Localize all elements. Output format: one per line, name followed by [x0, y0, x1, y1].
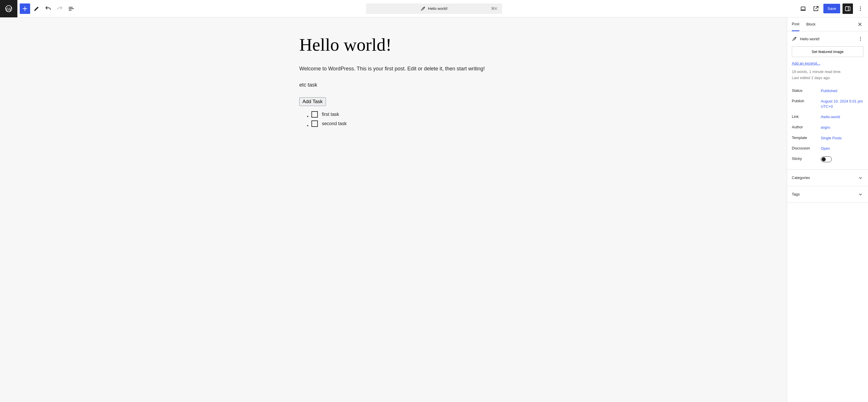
undo-button[interactable]	[43, 3, 53, 14]
external-link-icon	[812, 5, 819, 12]
redo-icon	[56, 5, 63, 12]
close-icon	[857, 22, 863, 27]
list-item[interactable]: first task	[311, 111, 488, 118]
chevron-down-icon	[858, 175, 863, 181]
plus-icon	[22, 5, 28, 12]
meta-label: Sticky	[792, 156, 821, 161]
meta-label: Author	[792, 125, 821, 129]
last-edited-text: Last edited 2 days ago.	[792, 75, 863, 81]
svg-point-8	[860, 40, 861, 41]
paragraph-block[interactable]: etc task	[299, 81, 488, 89]
svg-point-5	[860, 10, 861, 11]
top-toolbar: Hello world! ⌘K Save	[0, 0, 868, 18]
svg-point-3	[860, 6, 861, 7]
author-value[interactable]: asgru	[821, 125, 863, 130]
panel-label: Categories	[792, 176, 810, 180]
add-excerpt-link[interactable]: Add an excerpt...	[792, 61, 820, 65]
status-value[interactable]: Published	[821, 88, 863, 94]
tab-block[interactable]: Block	[806, 18, 815, 31]
svg-point-4	[860, 8, 861, 9]
post-actions-button[interactable]	[858, 36, 863, 42]
undo-icon	[44, 5, 52, 12]
sticky-toggle[interactable]	[821, 156, 832, 162]
meta-label: Publish	[792, 99, 821, 103]
publish-value[interactable]: August 10, 2024 5:01 pm UTC+0	[821, 99, 863, 109]
command-bar[interactable]: Hello world! ⌘K	[366, 3, 502, 14]
svg-point-6	[860, 37, 861, 38]
wordpress-logo-button[interactable]	[0, 0, 18, 18]
feather-icon	[421, 6, 426, 11]
meta-label: Link	[792, 115, 821, 119]
tags-panel[interactable]: Tags	[787, 186, 868, 203]
document-overview-button[interactable]	[66, 3, 76, 14]
svg-point-7	[860, 38, 861, 39]
preview-button[interactable]	[811, 3, 821, 14]
settings-sidebar-toggle[interactable]	[842, 3, 853, 14]
tab-post[interactable]: Post	[792, 18, 799, 31]
laptop-icon	[800, 5, 807, 12]
list-view-icon	[68, 5, 75, 12]
tools-button[interactable]	[31, 3, 42, 14]
set-featured-image-button[interactable]: Set featured image	[792, 47, 863, 57]
add-task-button[interactable]: Add Task	[299, 97, 326, 106]
sidebar-icon	[844, 5, 851, 12]
discussion-value[interactable]: Open	[821, 146, 863, 151]
view-button[interactable]	[798, 3, 808, 14]
block-inserter-button[interactable]	[20, 3, 30, 14]
word-count-text: 19 words, 1 minute read time.	[792, 69, 863, 75]
options-button[interactable]	[855, 3, 866, 14]
svg-rect-2	[845, 7, 850, 11]
template-value[interactable]: Single Posts	[821, 135, 863, 141]
panel-label: Tags	[792, 192, 800, 196]
list-item[interactable]: second task	[311, 121, 488, 127]
wordpress-icon	[5, 5, 12, 12]
task-checkbox[interactable]	[311, 121, 318, 127]
meta-label: Status	[792, 88, 821, 93]
meta-label: Discussion	[792, 146, 821, 150]
sidebar-post-title: Hello world!	[800, 37, 855, 41]
task-label: second task	[322, 121, 346, 126]
keyboard-shortcut: ⌘K	[491, 6, 497, 11]
redo-button[interactable]	[55, 3, 65, 14]
task-checkbox[interactable]	[311, 111, 318, 118]
svg-rect-1	[801, 7, 805, 10]
save-button[interactable]: Save	[824, 4, 840, 13]
document-title: Hello world!	[428, 6, 447, 11]
pencil-icon	[33, 5, 40, 12]
feather-icon	[792, 36, 797, 41]
task-label: first task	[322, 112, 339, 117]
paragraph-block[interactable]: Welcome to WordPress. This is your first…	[299, 65, 488, 73]
settings-sidebar: Post Block Hello world! Set featured ima…	[787, 18, 868, 402]
editor-canvas[interactable]: Hello world! Welcome to WordPress. This …	[0, 18, 787, 402]
post-title[interactable]: Hello world!	[299, 35, 488, 55]
meta-label: Template	[792, 135, 821, 140]
close-sidebar-button[interactable]	[857, 21, 863, 28]
link-value[interactable]: /hello-world	[821, 115, 863, 120]
chevron-down-icon	[858, 191, 863, 197]
more-vertical-icon	[857, 5, 864, 12]
categories-panel[interactable]: Categories	[787, 170, 868, 186]
